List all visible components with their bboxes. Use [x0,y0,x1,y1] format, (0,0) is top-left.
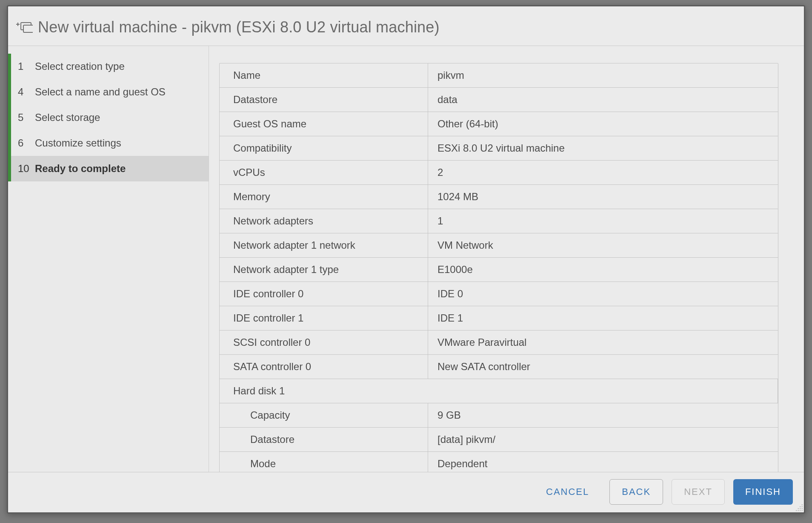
wizard-step[interactable]: 10Ready to complete [8,156,209,181]
dialog-title: New virtual machine - pikvm (ESXi 8.0 U2… [38,18,440,36]
summary-row: Network adapters1 [220,209,778,233]
summary-value: VM Network [428,233,778,257]
summary-key: SCSI controller 0 [220,330,428,354]
summary-key: IDE controller 1 [220,306,428,330]
summary-table: NamepikvmDatastoredataGuest OS nameOther… [219,63,778,472]
dialog-body: 1Select creation type4Select a name and … [8,46,804,472]
summary-value: 2 [428,161,778,184]
dialog-header: New virtual machine - pikvm (ESXi 8.0 U2… [8,6,804,46]
summary-row: Network adapter 1 networkVM Network [220,233,778,258]
summary-row: vCPUs2 [220,161,778,185]
summary-row: CompatibilityESXi 8.0 U2 virtual machine [220,136,778,161]
wizard-step-number: 1 [18,60,35,72]
wizard-step-label: Customize settings [35,137,121,149]
summary-key: Memory [220,185,428,209]
summary-key: Hard disk 1 [220,379,778,403]
summary-key: Datastore [220,88,428,112]
summary-row: Hard disk 1 [220,379,778,403]
summary-key: Name [220,63,428,87]
wizard-step[interactable]: 6Customize settings [8,130,209,156]
wizard-step[interactable]: 5Select storage [8,105,209,130]
summary-value: [data] pikvm/ [428,428,778,451]
new-vm-icon [16,20,33,34]
new-vm-dialog: New virtual machine - pikvm (ESXi 8.0 U2… [7,5,805,514]
summary-value: ESXi 8.0 U2 virtual machine [428,136,778,160]
summary-row: Datastoredata [220,88,778,112]
back-button[interactable]: BACK [609,479,663,505]
summary-row: Memory1024 MB [220,185,778,209]
summary-row: SCSI controller 0VMware Paravirtual [220,330,778,355]
summary-value: 9 GB [428,403,778,427]
summary-key: SATA controller 0 [220,355,428,379]
summary-key: IDE controller 0 [220,282,428,306]
finish-button[interactable]: FINISH [733,479,793,505]
summary-value: IDE 1 [428,306,778,330]
wizard-step-label: Select a name and guest OS [35,86,166,98]
summary-value: 1 [428,209,778,233]
summary-value: VMware Paravirtual [428,330,778,354]
summary-key: Network adapters [220,209,428,233]
summary-row: IDE controller 0IDE 0 [220,282,778,306]
wizard-step-number: 4 [18,86,35,98]
dialog-footer: CANCEL BACK NEXT FINISH [8,472,804,512]
summary-key: Mode [220,452,428,472]
summary-row: Capacity9 GB [220,403,778,428]
wizard-step[interactable]: 4Select a name and guest OS [8,79,209,105]
summary-value: E1000e [428,258,778,282]
summary-row: IDE controller 1IDE 1 [220,306,778,330]
summary-value: Other (64-bit) [428,112,778,136]
wizard-step-number: 10 [18,163,35,175]
summary-value: IDE 0 [428,282,778,306]
summary-key: vCPUs [220,161,428,184]
svg-rect-1 [23,25,33,32]
summary-value: 1024 MB [428,185,778,209]
wizard-step-number: 5 [18,112,35,124]
summary-key: Capacity [220,403,428,427]
wizard-step-label: Select creation type [35,60,125,72]
wizard-step[interactable]: 1Select creation type [8,54,209,79]
summary-key: Guest OS name [220,112,428,136]
summary-key: Compatibility [220,136,428,160]
summary-row: Guest OS nameOther (64-bit) [220,112,778,136]
summary-row: ModeDependent [220,452,778,472]
summary-row: Datastore[data] pikvm/ [220,428,778,452]
wizard-step-label: Select storage [35,112,100,124]
summary-key: Datastore [220,428,428,451]
wizard-step-label: Ready to complete [35,163,126,175]
wizard-step-number: 6 [18,137,35,149]
summary-value: pikvm [428,63,778,87]
summary-key: Network adapter 1 network [220,233,428,257]
summary-value: Dependent [428,452,778,472]
summary-row: Namepikvm [220,63,778,88]
cancel-button[interactable]: CANCEL [534,479,601,505]
wizard-content: NamepikvmDatastoredataGuest OS nameOther… [209,46,804,472]
wizard-sidebar: 1Select creation type4Select a name and … [8,46,209,472]
dialog-backdrop: New virtual machine - pikvm (ESXi 8.0 U2… [0,0,812,523]
summary-row: Network adapter 1 typeE1000e [220,258,778,282]
summary-value: New SATA controller [428,355,778,379]
summary-value: data [428,88,778,112]
next-button: NEXT [672,479,725,505]
summary-key: Network adapter 1 type [220,258,428,282]
summary-row: SATA controller 0New SATA controller [220,355,778,379]
